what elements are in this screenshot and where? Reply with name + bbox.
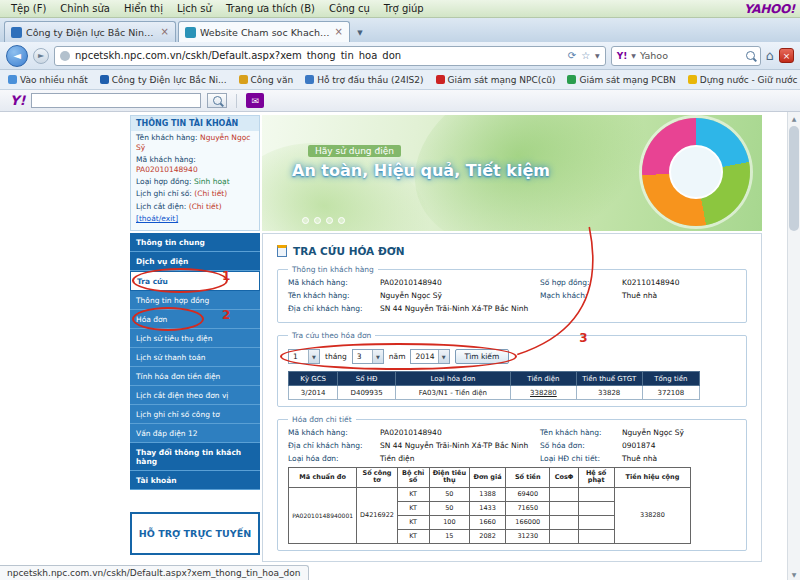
sidebar-item-lich-su-tieu-thu-dien[interactable]: Lịch sử tiêu thụ điện <box>130 329 260 348</box>
bookmark-cong-van[interactable]: Công văn <box>239 75 294 85</box>
menu-file[interactable]: Tệp (F) <box>5 2 52 15</box>
account-field: Lịch cắt điện: (Chi tiết) <box>131 202 259 212</box>
select-value: 1 <box>293 352 305 361</box>
scroll-up-icon[interactable]: ▲ <box>788 112 800 124</box>
sidebar-item-tai-khoan[interactable]: Tài khoản <box>130 471 260 490</box>
sidebar-item-dich-vu-dien[interactable]: Dịch vụ điện <box>130 252 260 271</box>
cell: 50 <box>429 501 469 515</box>
reload-icon[interactable]: ⟳ <box>568 50 576 61</box>
month-select[interactable]: 3 ▼ <box>352 349 384 364</box>
tab-close-icon[interactable]: × <box>335 27 343 37</box>
period-select[interactable]: 1 ▼ <box>288 349 320 364</box>
url-text[interactable]: npcetskh.npc.com.vn/cskh/Default.aspx?xe… <box>75 50 563 61</box>
sidebar-navigation: Thông tin chung Dịch vụ điện Tra cứu Thô… <box>130 233 260 555</box>
tab-website-cham-soc-khach-hang[interactable]: Website Cham soc Khach Hang × <box>178 21 350 42</box>
menu-help[interactable]: Trợ giúp <box>378 2 430 15</box>
bookmarks-bar: Vào nhiều nhất Công ty Điện lực Bắc Ni..… <box>0 70 800 90</box>
search-engine-dropdown-icon[interactable]: ▼ <box>631 52 636 59</box>
online-support-box[interactable]: HỖ TRỢ TRỰC TUYẾN <box>130 512 260 555</box>
url-dropdown-icon[interactable]: ▼ <box>595 52 600 59</box>
tab-dien-luc-bac-ninh[interactable]: Công ty Điện lực Bắc Ninh > Tị... × <box>4 21 176 42</box>
customer-address: SN 44 Nguyễn Trãi-Ninh Xá-TP Bắc Ninh <box>380 304 540 313</box>
cell: 31230 <box>506 529 550 543</box>
home-icon[interactable]: ⌂ <box>766 48 774 63</box>
mail-icon[interactable]: ✉ <box>246 93 264 108</box>
vertical-scrollbar[interactable]: ▲ ▼ <box>787 112 800 580</box>
bookmark-dien-luc-bac-ninh[interactable]: Công ty Điện lực Bắc Ni... <box>100 75 227 85</box>
sidebar-item-lich-su-thanh-toan[interactable]: Lịch sử thanh toán <box>130 348 260 367</box>
bookmark-icon <box>8 75 17 84</box>
chevron-down-icon: ▼ <box>308 350 319 363</box>
list-all-tabs-icon[interactable]: ▼ <box>352 24 368 42</box>
column-header: Tiền hiệu cộng <box>614 468 690 488</box>
column-header: CosΦ <box>550 468 578 488</box>
bookmark-most-visited[interactable]: Vào nhiều nhất <box>8 75 88 85</box>
cell <box>550 515 578 529</box>
customer-name: Nguyễn Ngọc Sỹ <box>622 428 736 437</box>
bookmark-giam-sat-mang-npc[interactable]: Giám sát mạng NPC(cũ) <box>436 75 556 85</box>
status-url-tooltip: npcetskh.npc.com.vn/cskh/Default.aspx?xe… <box>0 565 309 580</box>
menu-edit[interactable]: Chỉnh sửa <box>54 2 116 15</box>
cell: KT <box>397 515 429 529</box>
invoice-detail-section: Hóa đơn chi tiết Mã khách hàng: PA020101… <box>277 415 747 551</box>
field-label: Lịch cắt điện: <box>136 202 186 211</box>
sidebar-item-thong-tin-chung[interactable]: Thông tin chung <box>130 233 260 252</box>
menu-tools[interactable]: Công cụ <box>323 2 376 15</box>
column-header: Loại hóa đơn <box>395 372 510 386</box>
invoice-icon <box>277 245 287 257</box>
search-invoice-button[interactable]: Tìm kiếm <box>455 349 510 364</box>
yahoo-toolbar: Y! ✉ <box>0 90 800 112</box>
sidebar-item-thong-tin-hop-dong[interactable]: Thông tin hợp đồng <box>130 291 260 310</box>
sidebar-item-thay-doi-thong-tin[interactable]: Thay đổi thông tin khách hàng <box>130 443 260 471</box>
toolbar-separator <box>236 94 237 108</box>
sidebar-item-van-dap-dien[interactable]: Vấn đáp điện 12 <box>130 424 260 443</box>
sidebar-item-lich-cat-dien[interactable]: Lịch cắt điện theo đơn vị <box>130 386 260 405</box>
bookmark-dung-nuoc-giu-nuoc[interactable]: Dựng nước - Giữ nước -... <box>688 75 800 85</box>
column-header: Bộ chỉ số <box>397 468 429 488</box>
scroll-down-icon[interactable]: ▼ <box>788 568 800 580</box>
sidebar-item-lich-ghi-chi-so[interactable]: Lịch ghi chỉ số công tơ <box>130 405 260 424</box>
browser-search-box[interactable]: Y! ▼ Yahoo <box>611 46 761 66</box>
yahoo-search-button[interactable] <box>207 93 227 108</box>
bookmark-giam-sat-mang-pcbn[interactable]: Giám sát mạng PCBN <box>567 75 675 85</box>
field-label: Số hóa đơn: <box>540 441 622 450</box>
detail-link[interactable]: (Chi tiết) <box>189 202 222 211</box>
column-header: Tiền điện <box>511 372 577 386</box>
forward-button[interactable]: ► <box>33 48 49 64</box>
scrollbar-thumb[interactable] <box>789 126 799 231</box>
bookmark-ho-tro-dau-thau[interactable]: Hỗ trợ đấu thầu (24IS2) <box>305 75 423 85</box>
tab-close-icon[interactable]: × <box>161 27 169 37</box>
address-bar[interactable]: npcetskh.npc.com.vn/cskh/Default.aspx?xe… <box>54 46 606 66</box>
column-header: Số tiền <box>506 468 550 488</box>
menu-view[interactable]: Hiển thị <box>118 2 169 15</box>
menu-history[interactable]: Lịch sử <box>171 2 218 15</box>
invoice-amount-link[interactable]: 338280 <box>511 386 577 400</box>
bookmark-star-icon[interactable]: ☆ <box>581 50 590 61</box>
bookmark-label: Hỗ trợ đấu thầu (24IS2) <box>317 75 423 85</box>
menu-bar: Tệp (F) Chỉnh sửa Hiển thị Lịch sử Trang… <box>0 0 800 18</box>
sidebar-item-tinh-hoa-don-tien-dien[interactable]: Tính hóa đơn tiền điện <box>130 367 260 386</box>
table-row: 3/2014 D409935 FA03/N1 - Tiền điện 33828… <box>289 386 700 400</box>
banner-pager-dots[interactable] <box>302 217 345 224</box>
logout-link[interactable]: [thoát/exit] <box>131 214 259 223</box>
customer-code: PA02010148940 <box>380 278 540 287</box>
cell-ky-gcs: 3/2014 <box>289 386 338 400</box>
menu-bookmarks[interactable]: Trang ưa thích (B) <box>220 2 321 15</box>
invoice-number: 0901874 <box>622 441 736 450</box>
invoice-search-section: Tra cứu theo hóa đơn 1 ▼ tháng 3 ▼ <box>277 331 747 407</box>
back-button[interactable]: ◄ <box>6 45 28 67</box>
yahoo-toolbar-logo: Y! <box>10 93 25 108</box>
cell-so-hd: D409935 <box>338 386 396 400</box>
tab-bar: Công ty Điện lực Bắc Ninh > Tị... × Webs… <box>0 18 800 42</box>
cell <box>578 487 614 501</box>
year-select[interactable]: 2014 ▼ <box>410 349 449 364</box>
cell: 1433 <box>469 501 505 515</box>
sidebar-item-tra-cuu[interactable]: Tra cứu <box>130 271 260 291</box>
detail-link[interactable]: (Chi tiết) <box>194 189 227 198</box>
tab-favicon-icon <box>185 27 196 38</box>
search-icon[interactable] <box>746 51 755 60</box>
yahoo-search-input[interactable] <box>31 93 201 108</box>
stop-icon[interactable]: × <box>779 48 794 63</box>
page-viewport: THÔNG TIN TÀI KHOẢN Tên khách hàng: Nguy… <box>0 112 800 580</box>
sidebar-item-hoa-don[interactable]: Hóa đơn <box>130 310 260 329</box>
